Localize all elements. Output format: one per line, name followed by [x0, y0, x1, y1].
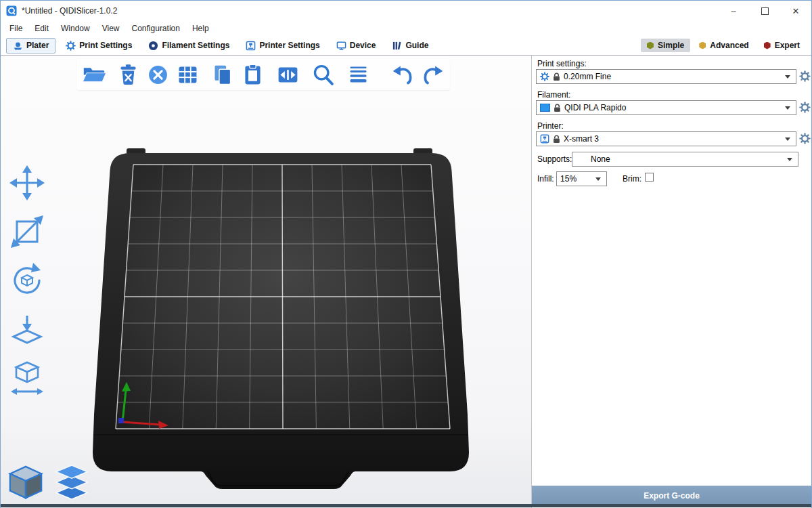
- tab-label: Guide: [405, 41, 428, 50]
- settings-panel: Print settings: 0.20mm Fine Filament: QI…: [531, 56, 811, 508]
- place-on-face-icon[interactable]: [7, 310, 47, 349]
- printer-icon: [246, 41, 256, 51]
- tab-label: Print Settings: [79, 41, 132, 50]
- menu-window[interactable]: Window: [55, 22, 96, 35]
- print-bed[interactable]: [1, 56, 531, 508]
- mode-label: Simple: [658, 41, 684, 50]
- chevron-down-icon: [785, 106, 790, 110]
- printer-icon: [540, 134, 549, 144]
- sliced-preview-icon[interactable]: [53, 464, 90, 501]
- minimize-button[interactable]: –: [718, 1, 749, 21]
- rotate-icon[interactable]: [7, 261, 47, 300]
- menu-edit[interactable]: Edit: [28, 22, 55, 35]
- tab-label: Plater: [26, 41, 49, 50]
- lock-icon: [554, 104, 561, 112]
- main-area: Print settings: 0.20mm Fine Filament: QI…: [1, 56, 811, 507]
- infill-label: Infill:: [537, 174, 554, 184]
- tab-label: Printer Settings: [259, 41, 319, 50]
- tab-printer-settings[interactable]: Printer Settings: [240, 39, 325, 53]
- view-toggle: [7, 464, 90, 501]
- close-button[interactable]: ✕: [780, 1, 811, 21]
- undo-icon[interactable]: [388, 60, 418, 89]
- printer-combo[interactable]: X-smart 3: [536, 131, 796, 146]
- printer-value: X-smart 3: [564, 134, 599, 144]
- filament-color-swatch: [540, 104, 550, 112]
- menu-bar: File Edit Window View Configuration Help: [1, 21, 811, 36]
- chevron-down-icon: [785, 137, 790, 141]
- chevron-down-icon: [787, 158, 792, 161]
- mode-label: Advanced: [710, 41, 748, 50]
- arrange-icon[interactable]: [173, 60, 202, 89]
- gizmo-toolbar: [7, 163, 47, 398]
- 3d-editor-view-icon[interactable]: [7, 464, 44, 501]
- plater-icon: [13, 41, 23, 51]
- search-icon[interactable]: [308, 60, 338, 89]
- app-logo-icon: [6, 5, 17, 16]
- print-settings-value: 0.20mm Fine: [564, 72, 611, 81]
- move-icon[interactable]: [7, 163, 47, 203]
- brim-checkbox[interactable]: [645, 173, 654, 182]
- tab-label: Device: [350, 41, 376, 50]
- mode-label: Expert: [775, 41, 800, 50]
- maximize-icon: [761, 7, 769, 15]
- title-bar: *Untitled - QIDISlicer-1.0.2 – ✕: [1, 1, 811, 21]
- menu-help[interactable]: Help: [186, 22, 215, 35]
- infill-combo[interactable]: 15%: [556, 171, 607, 186]
- mode-advanced[interactable]: Advanced: [693, 39, 754, 52]
- guide-books-icon: [392, 41, 402, 51]
- tab-print-settings[interactable]: Print Settings: [60, 39, 138, 53]
- filament-spool-icon: [148, 41, 158, 51]
- export-gcode-button[interactable]: Export G-code: [532, 486, 811, 505]
- copy-icon[interactable]: [208, 60, 238, 89]
- scale-icon[interactable]: [7, 212, 47, 251]
- measure-icon[interactable]: [7, 358, 47, 398]
- window-title: *Untitled - QIDISlicer-1.0.2: [22, 6, 117, 16]
- supports-value: None: [576, 154, 610, 164]
- tab-guide[interactable]: Guide: [386, 39, 434, 53]
- simple-mode-dot-icon: [647, 42, 654, 49]
- open-folder-icon[interactable]: [79, 60, 109, 89]
- lock-icon: [553, 135, 560, 144]
- tab-label: Filament Settings: [162, 41, 229, 50]
- chevron-down-icon: [785, 75, 790, 79]
- 3d-viewport[interactable]: [1, 56, 531, 508]
- paste-icon[interactable]: [238, 60, 267, 89]
- gear-icon: [66, 41, 76, 51]
- delete-icon[interactable]: [113, 60, 143, 89]
- gear-icon: [540, 72, 549, 81]
- delete-all-icon[interactable]: [143, 60, 173, 89]
- filament-value: QIDI PLA Rapido: [564, 103, 626, 112]
- infill-value: 15%: [560, 174, 577, 184]
- menu-view[interactable]: View: [96, 22, 126, 35]
- filament-label: Filament:: [537, 90, 570, 100]
- redo-icon[interactable]: [418, 60, 447, 89]
- expert-mode-dot-icon: [764, 42, 771, 49]
- device-monitor-icon: [336, 41, 346, 51]
- print-settings-combo[interactable]: 0.20mm Fine: [536, 69, 796, 84]
- split-objects-icon[interactable]: [273, 60, 302, 89]
- bottom-strip: [1, 504, 811, 507]
- tab-device[interactable]: Device: [330, 39, 382, 53]
- variable-layer-height-icon[interactable]: [343, 60, 373, 89]
- viewport-toolbar: [76, 59, 450, 90]
- brim-label: Brim:: [623, 174, 641, 184]
- print-settings-label: Print settings:: [537, 59, 587, 68]
- mode-expert[interactable]: Expert: [758, 39, 806, 52]
- window-controls: – ✕: [718, 1, 811, 21]
- edit-printer-button[interactable]: [799, 133, 811, 144]
- edit-print-settings-button[interactable]: [799, 70, 811, 82]
- supports-combo[interactable]: None: [572, 152, 798, 167]
- chevron-down-icon: [595, 177, 601, 181]
- mode-simple[interactable]: Simple: [641, 39, 690, 52]
- maximize-button[interactable]: [749, 1, 780, 21]
- menu-file[interactable]: File: [3, 22, 28, 35]
- edit-filament-button[interactable]: [799, 102, 811, 113]
- supports-label: Supports:: [537, 154, 572, 164]
- tab-filament-settings[interactable]: Filament Settings: [142, 39, 235, 53]
- advanced-mode-dot-icon: [699, 42, 706, 49]
- menu-configuration[interactable]: Configuration: [126, 22, 186, 35]
- filament-combo[interactable]: QIDI PLA Rapido: [536, 100, 796, 115]
- mode-switcher: Simple Advanced Expert: [641, 39, 806, 52]
- tab-plater[interactable]: Plater: [6, 38, 55, 54]
- app-window: *Untitled - QIDISlicer-1.0.2 – ✕ File Ed…: [0, 0, 812, 508]
